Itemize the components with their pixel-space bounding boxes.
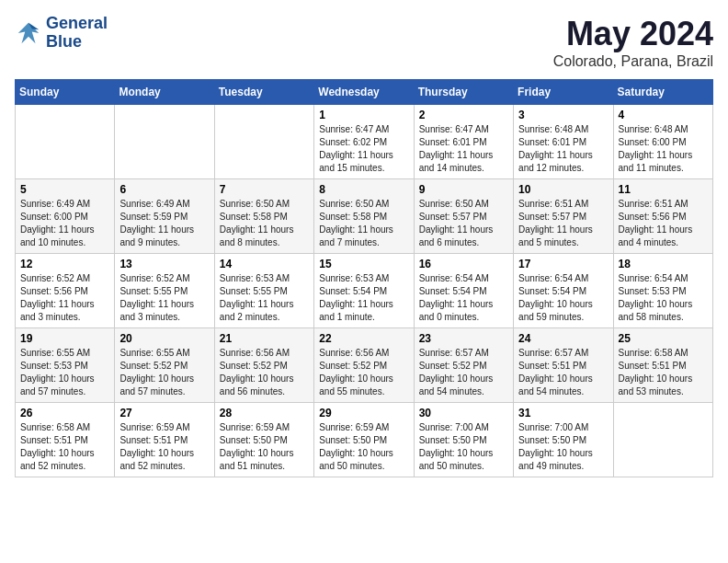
day-info: Sunrise: 6:51 AM Sunset: 5:57 PM Dayligh…	[518, 198, 608, 249]
calendar-cell: 3Sunrise: 6:48 AM Sunset: 6:01 PM Daylig…	[514, 105, 613, 179]
day-info: Sunrise: 6:48 AM Sunset: 6:00 PM Dayligh…	[619, 123, 708, 175]
calendar-cell: 2Sunrise: 6:47 AM Sunset: 6:01 PM Daylig…	[414, 105, 513, 179]
day-number: 5	[20, 183, 109, 196]
svg-marker-0	[18, 23, 40, 44]
day-info: Sunrise: 6:49 AM Sunset: 6:00 PM Dayligh…	[20, 198, 109, 249]
day-info: Sunrise: 6:47 AM Sunset: 6:01 PM Dayligh…	[419, 123, 508, 175]
calendar-cell: 20Sunrise: 6:55 AM Sunset: 5:52 PM Dayli…	[115, 328, 214, 403]
day-info: Sunrise: 7:00 AM Sunset: 5:50 PM Dayligh…	[518, 421, 608, 473]
calendar-table: SundayMondayTuesdayWednesdayThursdayFrid…	[15, 79, 713, 477]
calendar-cell: 22Sunrise: 6:56 AM Sunset: 5:52 PM Dayli…	[314, 328, 414, 403]
day-number: 1	[319, 109, 408, 121]
calendar-cell: 7Sunrise: 6:50 AM Sunset: 5:58 PM Daylig…	[214, 179, 313, 254]
title-block: May 2024 Colorado, Parana, Brazil	[553, 15, 713, 70]
day-number: 18	[619, 258, 708, 270]
calendar-cell: 5Sunrise: 6:49 AM Sunset: 6:00 PM Daylig…	[16, 179, 115, 254]
calendar-cell	[214, 105, 313, 179]
day-info: Sunrise: 6:58 AM Sunset: 5:51 PM Dayligh…	[20, 421, 109, 473]
day-info: Sunrise: 6:56 AM Sunset: 5:52 PM Dayligh…	[220, 347, 309, 398]
header-saturday: Saturday	[613, 80, 712, 105]
day-info: Sunrise: 6:53 AM Sunset: 5:55 PM Dayligh…	[220, 272, 309, 324]
day-info: Sunrise: 6:58 AM Sunset: 5:51 PM Dayligh…	[619, 347, 708, 398]
calendar-cell: 6Sunrise: 6:49 AM Sunset: 5:59 PM Daylig…	[115, 179, 214, 254]
calendar-cell: 25Sunrise: 6:58 AM Sunset: 5:51 PM Dayli…	[613, 328, 712, 403]
day-number: 24	[518, 332, 608, 345]
day-info: Sunrise: 6:54 AM Sunset: 5:53 PM Dayligh…	[619, 272, 708, 324]
day-info: Sunrise: 6:54 AM Sunset: 5:54 PM Dayligh…	[419, 272, 508, 324]
calendar-cell: 8Sunrise: 6:50 AM Sunset: 5:58 PM Daylig…	[314, 179, 414, 254]
header-friday: Friday	[514, 80, 613, 105]
calendar-cell: 15Sunrise: 6:53 AM Sunset: 5:54 PM Dayli…	[314, 254, 414, 328]
header-tuesday: Tuesday	[214, 80, 313, 105]
day-number: 7	[220, 183, 309, 196]
day-info: Sunrise: 6:57 AM Sunset: 5:51 PM Dayligh…	[518, 347, 608, 398]
day-number: 3	[518, 109, 608, 121]
calendar-cell: 14Sunrise: 6:53 AM Sunset: 5:55 PM Dayli…	[214, 254, 313, 328]
calendar-cell: 23Sunrise: 6:57 AM Sunset: 5:52 PM Dayli…	[414, 328, 513, 403]
day-info: Sunrise: 6:54 AM Sunset: 5:54 PM Dayligh…	[518, 272, 608, 324]
header-monday: Monday	[115, 80, 214, 105]
day-number: 21	[220, 332, 309, 345]
day-number: 11	[619, 183, 708, 196]
day-number: 10	[518, 183, 608, 196]
day-number: 28	[220, 407, 309, 419]
calendar-cell: 1Sunrise: 6:47 AM Sunset: 6:02 PM Daylig…	[314, 105, 414, 179]
day-info: Sunrise: 6:47 AM Sunset: 6:02 PM Dayligh…	[319, 123, 408, 175]
calendar-cell: 26Sunrise: 6:58 AM Sunset: 5:51 PM Dayli…	[16, 403, 115, 477]
calendar-week-row: 5Sunrise: 6:49 AM Sunset: 6:00 PM Daylig…	[16, 179, 713, 254]
day-number: 23	[419, 332, 508, 345]
calendar-cell: 13Sunrise: 6:52 AM Sunset: 5:55 PM Dayli…	[115, 254, 214, 328]
logo-icon	[15, 19, 42, 47]
day-info: Sunrise: 6:51 AM Sunset: 5:56 PM Dayligh…	[619, 198, 708, 249]
header-thursday: Thursday	[414, 80, 513, 105]
day-number: 20	[119, 332, 209, 345]
day-number: 22	[319, 332, 408, 345]
day-info: Sunrise: 6:55 AM Sunset: 5:52 PM Dayligh…	[119, 347, 209, 398]
calendar-week-row: 12Sunrise: 6:52 AM Sunset: 5:56 PM Dayli…	[16, 254, 713, 328]
logo: General Blue	[15, 15, 108, 52]
day-info: Sunrise: 6:50 AM Sunset: 5:58 PM Dayligh…	[319, 198, 408, 249]
day-info: Sunrise: 6:49 AM Sunset: 5:59 PM Dayligh…	[119, 198, 209, 249]
day-info: Sunrise: 7:00 AM Sunset: 5:50 PM Dayligh…	[419, 421, 508, 473]
day-number: 9	[419, 183, 508, 196]
day-number: 6	[119, 183, 209, 196]
calendar-header-row: SundayMondayTuesdayWednesdayThursdayFrid…	[16, 80, 713, 105]
calendar-subtitle: Colorado, Parana, Brazil	[553, 53, 713, 70]
day-number: 8	[319, 183, 408, 196]
calendar-cell: 17Sunrise: 6:54 AM Sunset: 5:54 PM Dayli…	[514, 254, 613, 328]
calendar-cell	[16, 105, 115, 179]
calendar-cell: 30Sunrise: 7:00 AM Sunset: 5:50 PM Dayli…	[414, 403, 513, 477]
day-info: Sunrise: 6:53 AM Sunset: 5:54 PM Dayligh…	[319, 272, 408, 324]
calendar-cell: 28Sunrise: 6:59 AM Sunset: 5:50 PM Dayli…	[214, 403, 313, 477]
day-number: 19	[20, 332, 109, 345]
calendar-cell: 4Sunrise: 6:48 AM Sunset: 6:00 PM Daylig…	[613, 105, 712, 179]
calendar-cell: 10Sunrise: 6:51 AM Sunset: 5:57 PM Dayli…	[514, 179, 613, 254]
day-number: 17	[518, 258, 608, 270]
calendar-cell: 16Sunrise: 6:54 AM Sunset: 5:54 PM Dayli…	[414, 254, 513, 328]
calendar-cell: 21Sunrise: 6:56 AM Sunset: 5:52 PM Dayli…	[214, 328, 313, 403]
day-info: Sunrise: 6:50 AM Sunset: 5:57 PM Dayligh…	[419, 198, 508, 249]
day-number: 26	[20, 407, 109, 419]
day-info: Sunrise: 6:52 AM Sunset: 5:56 PM Dayligh…	[20, 272, 109, 324]
header-sunday: Sunday	[16, 80, 115, 105]
calendar-week-row: 1Sunrise: 6:47 AM Sunset: 6:02 PM Daylig…	[16, 105, 713, 179]
calendar-cell: 12Sunrise: 6:52 AM Sunset: 5:56 PM Dayli…	[16, 254, 115, 328]
calendar-cell: 24Sunrise: 6:57 AM Sunset: 5:51 PM Dayli…	[514, 328, 613, 403]
day-number: 12	[20, 258, 109, 270]
calendar-cell: 9Sunrise: 6:50 AM Sunset: 5:57 PM Daylig…	[414, 179, 513, 254]
day-number: 2	[419, 109, 508, 121]
calendar-cell: 29Sunrise: 6:59 AM Sunset: 5:50 PM Dayli…	[314, 403, 414, 477]
calendar-cell	[115, 105, 214, 179]
calendar-cell: 11Sunrise: 6:51 AM Sunset: 5:56 PM Dayli…	[613, 179, 712, 254]
day-number: 13	[119, 258, 209, 270]
logo-text: General Blue	[46, 15, 108, 52]
day-number: 25	[619, 332, 708, 345]
calendar-cell: 31Sunrise: 7:00 AM Sunset: 5:50 PM Dayli…	[514, 403, 613, 477]
calendar-cell: 18Sunrise: 6:54 AM Sunset: 5:53 PM Dayli…	[613, 254, 712, 328]
day-info: Sunrise: 6:50 AM Sunset: 5:58 PM Dayligh…	[220, 198, 309, 249]
day-number: 30	[419, 407, 508, 419]
day-info: Sunrise: 6:57 AM Sunset: 5:52 PM Dayligh…	[419, 347, 508, 398]
calendar-week-row: 26Sunrise: 6:58 AM Sunset: 5:51 PM Dayli…	[16, 403, 713, 477]
page-header: General Blue May 2024 Colorado, Parana, …	[15, 15, 713, 70]
day-number: 4	[619, 109, 708, 121]
